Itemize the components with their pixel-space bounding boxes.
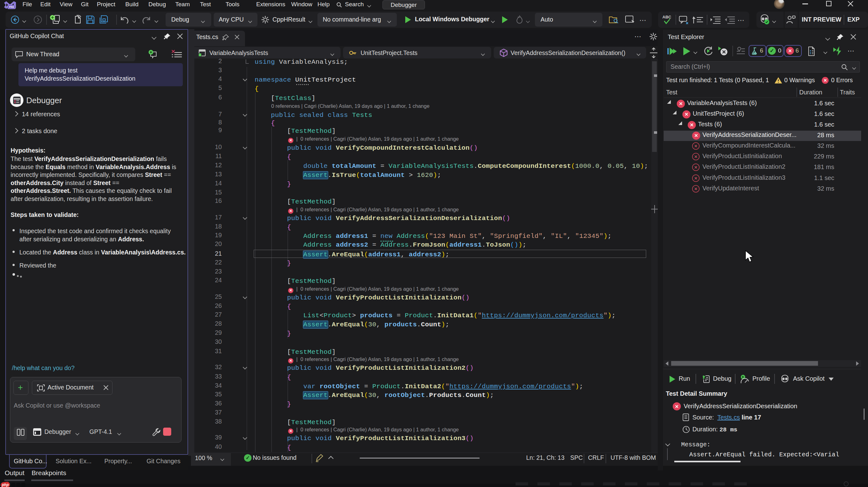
svg-text:ABC: ABC: [662, 15, 672, 20]
